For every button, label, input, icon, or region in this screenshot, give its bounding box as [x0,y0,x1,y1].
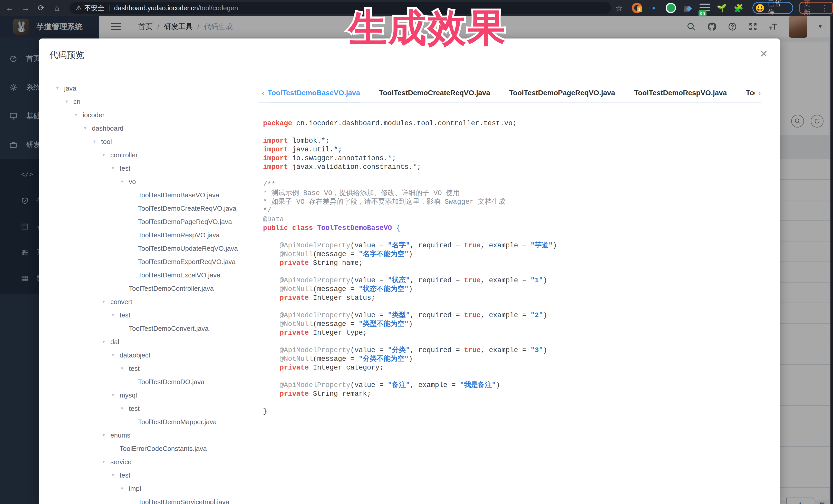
tree-file-node[interactable]: ▼ToolTestDemoServiceImpl.java [49,495,257,504]
tree-folder-node[interactable]: ▼dataobject [49,349,257,362]
grid-extension-icon[interactable]: ▦◆ [683,3,693,13]
drop-extension-icon[interactable]: 🔹 [649,3,659,13]
code-preview-dialog: 代码预览 ✕ ▼java▼cn▼iocoder▼dashboard▼tool▼c… [39,39,780,504]
tree-folder-node[interactable]: ▼controller [49,148,257,162]
forward-icon[interactable]: → [19,2,31,14]
tree-node-label: impl [129,485,141,493]
tree-folder-node[interactable]: ▼test [49,469,257,482]
tree-folder-node[interactable]: ▼test [49,309,257,322]
tree-file-node[interactable]: ▼ToolTestDemoUpdateReqVO.java [49,242,257,255]
tree-folder-node[interactable]: ▼enums [49,429,257,442]
tree-folder-node[interactable]: ▼java [49,81,257,95]
tree-folder-node[interactable]: ▼vo [49,175,257,188]
address-bar[interactable]: ⚠ 不安全 dashboard.yudao.iocoder.cn /tool/c… [70,2,611,14]
tree-folder-node[interactable]: ▼convert [49,295,257,309]
code-line: import javax.validation.constraints.*; [263,163,766,171]
file-tabs: ToolTestDemoBaseVO.java ToolTestDemoCrea… [268,83,761,102]
tree-folder-node[interactable]: ▼test [49,162,257,175]
tree-caret-icon[interactable]: ▼ [65,99,73,104]
green-extension-icon[interactable] [666,3,676,13]
tab-file-0[interactable]: ToolTestDemoBaseVO.java [268,83,360,102]
tree-node-label: ToolTestDemoController.java [129,285,214,292]
tree-node-label: ToolTestDemoRespVO.java [138,231,220,239]
tree-node-label: ToolTestDemoPageReqVO.java [138,218,232,226]
tree-folder-node[interactable]: ▼test [49,362,257,375]
plant-glyph: 🌱 [717,4,726,13]
tree-caret-icon[interactable]: ▼ [102,339,110,344]
tree-caret-icon[interactable]: ▼ [120,179,129,184]
tree-caret-icon[interactable]: ▼ [74,113,82,117]
bookmark-star-icon[interactable]: ☆ [616,4,623,13]
tree-caret-icon[interactable]: ▼ [102,153,110,157]
tree-file-node[interactable]: ▼ToolTestDemoExcelVO.java [49,268,257,282]
tree-caret-icon[interactable]: ▼ [111,166,120,171]
tree-file-node[interactable]: ▼ToolTestDemoController.java [49,282,257,295]
code-line: private Integer status; [263,293,766,302]
tree-caret-icon[interactable]: ▼ [55,86,64,91]
tree-caret-icon[interactable]: ▼ [111,473,120,478]
tree-caret-icon[interactable]: ▼ [102,433,110,437]
code-line [263,233,766,241]
tree-node-label: mysql [120,391,137,399]
code-line [263,372,766,381]
tabs-next-icon[interactable]: › [755,88,764,98]
tree-folder-node[interactable]: ▼dal [49,335,257,349]
tree-file-node[interactable]: ▼ToolTestDemoMapper.java [49,415,257,429]
plant-extension-icon[interactable]: 🌱 [716,3,727,13]
tree-caret-icon[interactable]: ▼ [102,299,110,304]
tabs-prev-icon[interactable]: ‹ [258,88,268,98]
close-icon[interactable]: ✕ [760,48,768,59]
tree-caret-icon[interactable]: ▼ [83,126,92,130]
tree-caret-icon[interactable]: ▼ [102,460,110,464]
code-line: @ApiModelProperty(value = "备注", example … [263,381,766,389]
tab-file-1[interactable]: ToolTestDemoCreateReqVO.java [379,83,490,102]
code-line: * 测试示例 Base VO，提供给添加、修改、详细的子 VO 使用 [263,189,766,198]
tree-folder-node[interactable]: ▼mysql [49,388,257,402]
profile-paused-button[interactable]: 😃 已暂停 [753,2,793,14]
code-viewer[interactable]: package cn.iocoder.dashboard.modules.too… [263,119,766,499]
tab-file-3[interactable]: ToolTestDemoRespVO.java [634,83,727,102]
extensions-puzzle-icon[interactable]: 🧩 [733,3,744,13]
home-icon[interactable]: ⌂ [51,2,63,14]
tree-folder-node[interactable]: ▼test [49,402,257,415]
code-line: @ApiModelProperty(value = "状态", required… [263,276,766,285]
tree-folder-node[interactable]: ▼iocoder [49,108,257,122]
drop-glyph: 🔹 [649,4,659,13]
tree-file-node[interactable]: ▼ToolTestDemoRespVO.java [49,229,257,242]
adblock-extension-icon[interactable]: 1 [632,3,642,13]
tree-file-node[interactable]: ▼ToolTestDemoConvert.java [49,322,257,335]
tree-file-node[interactable]: ▼ToolTestDemoPageReqVO.java [49,215,257,229]
window-scrollbar[interactable] [830,16,833,504]
code-line: private Integer type; [263,329,766,337]
back-icon[interactable]: ← [4,2,16,14]
tree-file-node[interactable]: ▼ToolTestDemoDO.java [49,375,257,388]
tree-folder-node[interactable]: ▼tool [49,135,257,148]
tree-folder-node[interactable]: ▼service [49,455,257,469]
tree-file-node[interactable]: ▼ToolTestDemoBaseVO.java [49,188,257,202]
tree-caret-icon[interactable]: ▼ [120,406,129,411]
browser-update-button[interactable]: 更新 ⋮ [800,2,833,14]
tree-caret-icon[interactable]: ▼ [120,486,129,491]
tab-file-2[interactable]: ToolTestDemoPageReqVO.java [509,83,615,102]
tree-file-node[interactable]: ▼ToolTestDemoExportReqVO.java [49,255,257,268]
tree-caret-icon[interactable]: ▼ [111,393,120,398]
tree-caret-icon[interactable]: ▼ [120,366,129,371]
tree-node-label: dataobject [120,351,150,359]
list-extension-icon[interactable]: on [699,4,710,12]
code-line: private Integer category; [263,363,766,372]
tree-file-node[interactable]: ▼ToolErrorCodeConstants.java [49,442,257,455]
tree-folder-node[interactable]: ▼dashboard [49,122,257,135]
url-host: dashboard.yudao.iocoder.cn [114,4,198,12]
tree-file-node[interactable]: ▼ToolTestDemoCreateReqVO.java [49,202,257,215]
tree-caret-icon[interactable]: ▼ [111,313,120,317]
tree-folder-node[interactable]: ▼impl [49,482,257,495]
browser-menu-icon[interactable]: ⋮ [821,4,829,13]
tree-caret-icon[interactable]: ▼ [92,139,101,144]
code-line: @NotNull(message = "名字不能为空") [263,250,766,259]
code-line: */ [263,206,766,215]
tree-node-label: service [110,458,132,466]
refresh-icon[interactable]: ⟳ [35,2,47,14]
tree-folder-node[interactable]: ▼cn [49,95,257,108]
tree-caret-icon[interactable]: ▼ [111,353,120,358]
tree-node-label: ToolTestDemoBaseVO.java [138,191,219,199]
